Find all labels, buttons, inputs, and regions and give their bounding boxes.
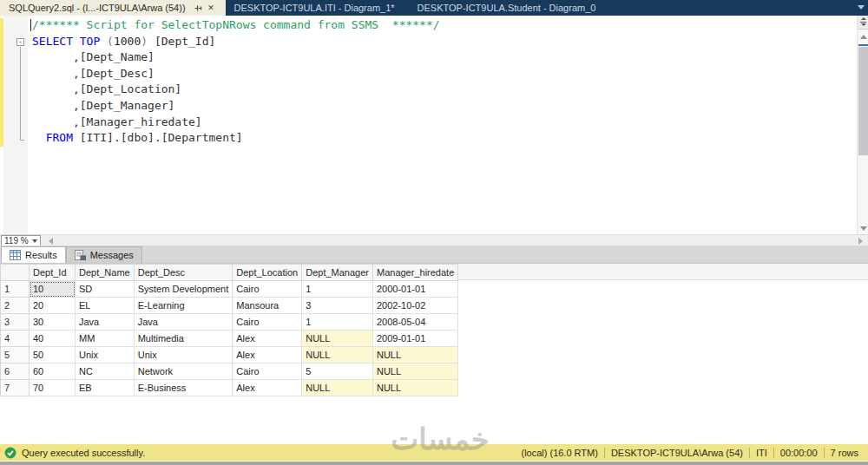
grid-cell[interactable]: SD xyxy=(76,281,135,298)
editor-horizontal-scrollbar[interactable]: 119 % xyxy=(0,234,868,246)
results-tab-strip: Results Messages xyxy=(0,246,868,263)
grid-cell[interactable]: NULL xyxy=(372,347,457,363)
fold-guide-line xyxy=(20,47,24,141)
code-line-3: ,[Dept_Name] xyxy=(32,49,440,66)
grid-cell[interactable]: System Development xyxy=(134,281,233,298)
grid-cell[interactable]: E-Learning xyxy=(134,298,233,314)
grid-cell[interactable]: 40 xyxy=(30,331,76,347)
grid-cell[interactable]: NULL xyxy=(372,363,457,380)
row-header-1[interactable]: 1 xyxy=(1,281,30,298)
grid-cell[interactable]: Multimedia xyxy=(134,331,233,347)
grid-cell[interactable]: NULL xyxy=(302,380,373,396)
grid-cell[interactable]: 5 xyxy=(302,363,373,380)
grid-cell[interactable]: Cairo xyxy=(233,281,302,298)
grid-cell[interactable]: Alex xyxy=(233,331,302,347)
column-header-dept_manager[interactable]: Dept_Manager xyxy=(302,265,373,281)
grid-cell[interactable]: Alex xyxy=(233,347,302,363)
text-caret xyxy=(30,19,31,31)
splitter-grip-icon[interactable] xyxy=(858,16,868,29)
row-header-7[interactable]: 7 xyxy=(1,380,30,396)
grid-cell[interactable]: EB xyxy=(76,380,135,396)
grid-cell[interactable]: Network xyxy=(134,363,233,380)
scroll-down-icon[interactable] xyxy=(860,226,867,231)
status-message: Query executed successfully. xyxy=(22,448,145,458)
grid-cell[interactable]: Cairo xyxy=(233,314,302,331)
fold-collapse-icon[interactable]: - xyxy=(16,38,24,46)
status-segment-2: ITI xyxy=(750,448,773,458)
row-header-5[interactable]: 5 xyxy=(1,347,30,363)
window-bottom-edge xyxy=(0,461,868,465)
column-header-manager_hiredate[interactable]: Manager_hiredate xyxy=(372,265,457,281)
document-tab-bar: SQLQuery2.sql - (l...-ICT9ULA\Arwa (54))… xyxy=(0,0,868,16)
code-line-8: FROM [ITI].[dbo].[Department] xyxy=(32,130,440,147)
grid-cell[interactable]: 2009-01-01 xyxy=(372,331,457,347)
document-tab-1[interactable]: DESKTOP-ICT9ULA.ITI - Diagram_1* xyxy=(226,0,409,16)
grid-cell[interactable]: 1 xyxy=(302,314,373,331)
grid-cell[interactable]: 60 xyxy=(30,363,76,380)
grid-cell[interactable]: 10 xyxy=(30,281,76,298)
status-segment-1: DESKTOP-ICT9ULA\Arwa (54) xyxy=(605,448,749,458)
row-header-3[interactable]: 3 xyxy=(1,314,30,331)
status-segment-4: 7 rows xyxy=(825,448,865,458)
grid-cell[interactable]: Unix xyxy=(134,347,233,363)
grid-cell[interactable]: Cairo xyxy=(233,363,302,380)
table-row: 770EBE-BusinessAlexNULLNULL xyxy=(1,380,458,396)
code-area[interactable]: /****** Script for SelectTopNRows comman… xyxy=(32,17,440,147)
grid-cell[interactable]: 2002-10-02 xyxy=(372,298,457,314)
document-tab-label: SQLQuery2.sql - (l...-ICT9ULA\Arwa (54)) xyxy=(9,3,186,13)
scroll-right-icon[interactable] xyxy=(858,238,863,245)
grid-cell[interactable]: 70 xyxy=(30,380,76,396)
editor-vertical-scrollbar[interactable] xyxy=(857,16,868,234)
grid-cell[interactable]: EL xyxy=(76,298,135,314)
scroll-left-icon[interactable] xyxy=(49,238,53,245)
tab-messages[interactable]: Messages xyxy=(66,246,142,263)
messages-icon xyxy=(75,250,86,260)
column-header-dept_location[interactable]: Dept_Location xyxy=(233,265,302,281)
grid-cell[interactable]: 2008-05-04 xyxy=(372,314,457,331)
column-header-dept_desc[interactable]: Dept_Desc xyxy=(134,265,233,281)
table-row: 220ELE-LearningMansoura32002-10-02 xyxy=(1,298,458,314)
grid-cell[interactable]: Java xyxy=(134,314,233,331)
status-segment-3: 00:00:00 xyxy=(774,448,824,458)
watermark-text: خمسات xyxy=(375,422,505,456)
change-tracking-bar xyxy=(0,18,3,147)
document-tab-2[interactable]: DESKTOP-ICT9ULA.Student - Diagram_0 xyxy=(409,0,610,16)
close-icon[interactable]: ✕ xyxy=(206,3,217,14)
grid-cell[interactable]: 3 xyxy=(302,298,373,314)
grid-cell[interactable]: 20 xyxy=(30,298,76,314)
grid-cell[interactable]: 1 xyxy=(302,281,373,298)
scroll-up-icon[interactable] xyxy=(860,35,867,39)
column-header-dept_name[interactable]: Dept_Name xyxy=(76,265,135,281)
grid-cell[interactable]: E-Business xyxy=(134,380,233,396)
grid-cell[interactable]: NULL xyxy=(302,347,373,363)
vertical-scrollbar-thumb[interactable] xyxy=(858,47,868,155)
grid-cell[interactable]: 50 xyxy=(30,347,76,363)
grid-corner-header[interactable] xyxy=(1,265,30,281)
grid-cell[interactable]: NULL xyxy=(372,380,457,396)
grid-cell[interactable]: Alex xyxy=(233,380,302,396)
row-header-6[interactable]: 6 xyxy=(1,363,30,380)
table-row: 330JavaJavaCairo12008-05-04 xyxy=(1,314,458,331)
row-header-2[interactable]: 2 xyxy=(1,298,30,314)
column-header-dept_id[interactable]: Dept_Id xyxy=(30,265,76,281)
grid-cell[interactable]: Mansoura xyxy=(233,298,302,314)
results-grid-icon xyxy=(10,250,21,260)
row-header-4[interactable]: 4 xyxy=(1,331,30,347)
results-grid[interactable]: Dept_IdDept_NameDept_DescDept_LocationDe… xyxy=(0,264,458,396)
grid-cell[interactable]: NULL xyxy=(302,331,373,347)
zoom-dropdown-icon xyxy=(32,239,37,243)
grid-cell[interactable]: MM xyxy=(76,331,135,347)
tab-list-dropdown-icon[interactable] xyxy=(858,5,865,10)
success-check-icon xyxy=(4,447,16,459)
document-tab-0[interactable]: SQLQuery2.sql - (l...-ICT9ULA\Arwa (54))… xyxy=(0,0,226,16)
grid-cell[interactable]: NC xyxy=(76,363,135,380)
grid-cell[interactable]: Unix xyxy=(76,347,135,363)
grid-cell[interactable]: 30 xyxy=(30,314,76,331)
pin-icon[interactable] xyxy=(193,3,204,14)
grid-cell[interactable]: Java xyxy=(76,314,135,331)
tab-results[interactable]: Results xyxy=(1,246,66,263)
grid-cell[interactable]: 2000-01-01 xyxy=(372,281,457,298)
status-segments: (local) (16.0 RTM)DESKTOP-ICT9ULA\Arwa (… xyxy=(515,444,865,461)
document-tab-label: DESKTOP-ICT9ULA.Student - Diagram_0 xyxy=(418,3,596,13)
sql-editor[interactable]: - /****** Script for SelectTopNRows comm… xyxy=(0,16,868,234)
